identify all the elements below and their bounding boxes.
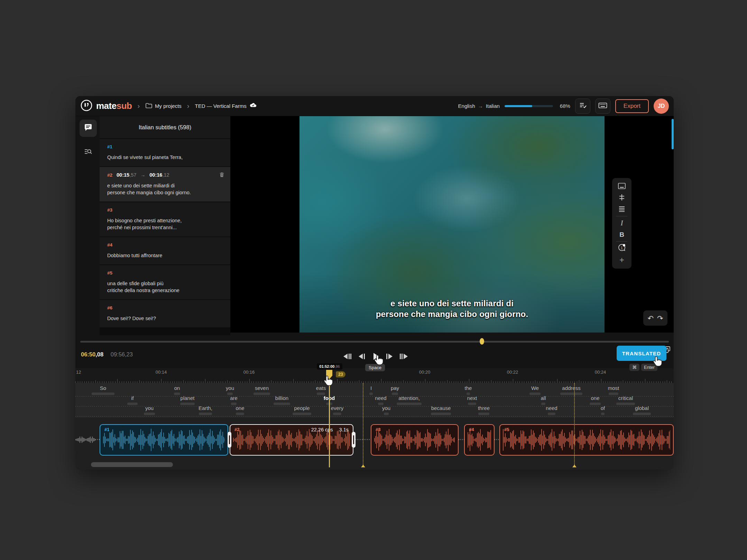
subtitle-text-line[interactable]: persone che mangia cibo ogni giorno. (107, 189, 223, 196)
word-duration-bar[interactable] (127, 403, 138, 405)
audio-clip-3[interactable]: #3 (371, 424, 459, 456)
word-duration-bar[interactable] (541, 403, 545, 405)
subtitle-time-end[interactable]: 00:16,12 (149, 172, 169, 178)
word-duration-bar[interactable] (180, 403, 195, 405)
word-duration-bar[interactable] (560, 393, 582, 395)
hand-cursor-translated (652, 356, 663, 367)
subtitle-text-line[interactable]: critiche della nostra generazione (107, 287, 223, 294)
word-label: planet (181, 395, 195, 401)
italic-button[interactable]: I (615, 217, 629, 229)
clip-number: #4 (469, 427, 474, 432)
clip-trim-handle-left[interactable] (228, 432, 231, 448)
subtitle-item[interactable]: #1Quindi se vivete sul pianeta Terra, (100, 139, 230, 166)
word-duration-bar[interactable] (174, 393, 180, 395)
subtitle-text-line[interactable]: perché nei prossimi trent'anni... (107, 224, 223, 231)
word-duration-bar[interactable] (274, 403, 290, 405)
audio-clip-1[interactable]: #1 (100, 424, 228, 456)
subtitle-item[interactable]: #3Ho bisogno che presti attenzione,perch… (100, 202, 230, 236)
validation-list-button[interactable] (575, 99, 590, 114)
add-style-button[interactable]: + (615, 254, 629, 265)
breadcrumb-project-name[interactable]: TED — Vertical Farms (195, 102, 257, 110)
video-subtitle-line1: e siete uno dei sette miliardi di (299, 299, 605, 308)
word-duration-bar[interactable] (397, 403, 422, 405)
word-duration-bar[interactable] (467, 393, 470, 395)
frame-forward-button[interactable] (385, 352, 394, 361)
word-duration-bar[interactable] (529, 393, 541, 395)
word-duration-bar[interactable] (144, 413, 155, 415)
skip-forward-button[interactable] (399, 352, 409, 361)
word-duration-bar[interactable] (384, 413, 389, 415)
audio-clip-5[interactable]: #5 (499, 424, 674, 456)
avatar[interactable]: JD (654, 99, 669, 114)
trash-icon[interactable] (219, 172, 225, 179)
word-duration-bar[interactable] (609, 393, 618, 395)
subtitle-item[interactable]: #6Dove sei!? Dove sei!? (100, 300, 230, 327)
word-duration-bar[interactable] (227, 393, 233, 395)
text-lines-icon (618, 205, 626, 214)
word-duration-bar[interactable] (548, 413, 555, 415)
subtitle-boundary-marker[interactable] (363, 383, 363, 466)
ruler-tick (95, 380, 96, 383)
comments-button[interactable]: 1 (615, 243, 629, 254)
subtitle-text-line[interactable]: Dove sei!? Dove sei!? (107, 315, 223, 322)
audio-clip-4[interactable]: #4 (464, 424, 495, 456)
word-duration-bar[interactable] (601, 413, 605, 415)
word-duration-bar[interactable] (293, 413, 311, 415)
playhead-marker-separator: : (333, 371, 334, 376)
word-label: most (608, 385, 619, 391)
audio-clip-2[interactable]: #222.26 cps3.1s (230, 424, 353, 456)
subtitle-boundary-marker[interactable] (574, 383, 575, 466)
timeline-scrollbar[interactable] (91, 462, 173, 467)
word-duration-bar[interactable] (369, 393, 373, 395)
clip-trim-handle-right[interactable] (352, 432, 356, 448)
ruler-tick (183, 380, 184, 383)
search-subtitles-tab[interactable] (80, 144, 97, 161)
word-duration-bar[interactable] (92, 393, 114, 395)
subtitle-list-scrollbar[interactable] (672, 119, 674, 149)
word-duration-bar[interactable] (199, 413, 212, 415)
subtitle-list-tab[interactable] (80, 120, 97, 137)
subtitle-item[interactable]: #200:15,57→00:16,12e siete uno dei sette… (100, 167, 230, 202)
word-duration-bar[interactable] (478, 413, 489, 415)
word-duration-bar[interactable] (633, 413, 651, 415)
redo-button[interactable]: ↷ (657, 315, 663, 322)
subtitle-text-line[interactable]: una delle sfide globali più (107, 280, 223, 287)
word-duration-bar[interactable] (392, 393, 398, 395)
word-duration-bar[interactable] (468, 403, 476, 405)
word-duration-bar[interactable] (616, 403, 635, 405)
ruler-tick (447, 380, 448, 383)
word-label: people (294, 405, 310, 411)
word-duration-bar[interactable] (590, 403, 601, 405)
word-duration-bar[interactable] (333, 413, 341, 415)
position-bottom-button[interactable] (615, 181, 629, 192)
subtitle-text-line[interactable]: e siete uno dei sette miliardi di (107, 182, 223, 189)
subtitle-time-start[interactable]: 00:15,57 (117, 172, 136, 178)
word-duration-bar[interactable] (317, 393, 325, 395)
subtitle-text-line[interactable]: Ho bisogno che presti attenzione, (107, 217, 223, 224)
word-duration-bar[interactable] (253, 393, 270, 395)
undo-button[interactable]: ↶ (647, 315, 654, 322)
frame-back-button[interactable] (357, 352, 366, 361)
word-duration-bar[interactable] (231, 403, 237, 405)
align-vertical-button[interactable] (615, 192, 629, 204)
word-label: So (100, 385, 106, 391)
search-list-icon (84, 147, 93, 158)
video-player-area[interactable]: e siete uno dei sette miliardi di person… (230, 116, 674, 333)
word-duration-bar[interactable] (378, 403, 384, 405)
subtitle-text-line[interactable]: Quindi se vivete sul pianeta Terra, (107, 154, 223, 161)
export-button[interactable]: Export (615, 99, 649, 113)
subtitle-item[interactable]: #4Dobbiamo tutti affrontare (100, 237, 230, 264)
word-duration-bar[interactable] (236, 413, 244, 415)
word-label: every (331, 405, 344, 411)
seek-handle[interactable] (480, 338, 484, 345)
bold-button[interactable]: B (615, 229, 629, 240)
text-lines-button[interactable] (615, 204, 629, 215)
subtitle-item[interactable]: #5una delle sfide globali piùcritiche de… (100, 265, 230, 299)
skip-back-button[interactable] (342, 352, 352, 361)
keyboard-shortcuts-button[interactable] (595, 99, 610, 114)
word-label: if (131, 395, 134, 401)
breadcrumb-my-projects[interactable]: My projects (145, 102, 182, 110)
subtitle-text-line[interactable]: Dobbiamo tutti affrontare (107, 252, 223, 259)
word-duration-bar[interactable] (431, 413, 451, 415)
video-seek-bar[interactable] (80, 341, 669, 343)
